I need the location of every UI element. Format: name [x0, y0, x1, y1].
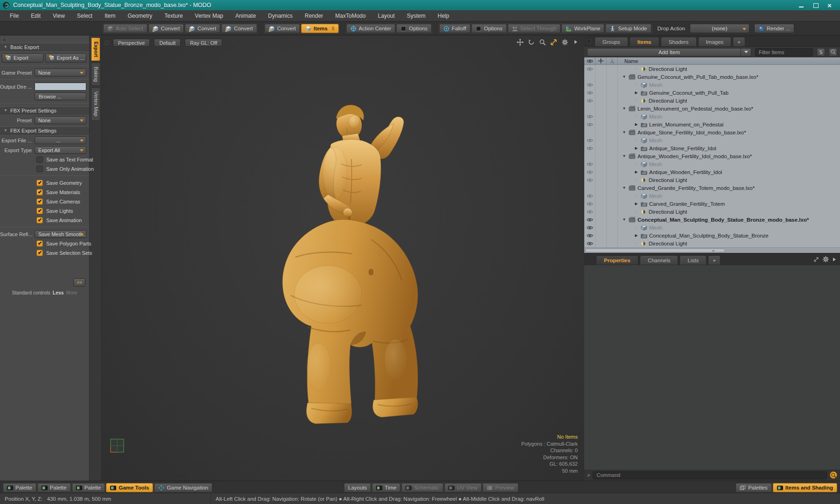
tab-shaders[interactable]: Shaders — [661, 37, 697, 46]
zoom-icon[interactable] — [539, 38, 546, 46]
collapse-icon[interactable]: ▼ — [622, 154, 627, 158]
tab-images[interactable]: Images — [698, 37, 732, 46]
viewport-menu-knob[interactable] — [105, 41, 109, 45]
item-row[interactable]: ▼Genuine_Coconut_with_Pull_Tab_modo_base… — [584, 73, 840, 81]
checked-checkbox[interactable] — [36, 250, 43, 256]
rotate-icon[interactable] — [527, 38, 535, 46]
surface-refinement-dropdown[interactable]: Save Mesh Smooth... — [35, 230, 86, 238]
output-dir-input[interactable] — [35, 83, 86, 91]
visibility-eye-icon[interactable] — [587, 98, 593, 103]
tab-lists[interactable]: Lists — [679, 255, 707, 265]
item-row[interactable]: ▼Antique_Stone_Fertility_Idol_modo_base.… — [584, 128, 840, 136]
action-center-button[interactable]: Action Center — [346, 24, 396, 33]
palette-button[interactable]: Palette — [37, 483, 71, 492]
item-row[interactable]: ▼Lenin_Monument_on_Pedestal_modo_base.lx… — [584, 105, 840, 112]
items-button[interactable]: Items5 — [301, 24, 339, 33]
command-search-icon[interactable] — [830, 471, 837, 479]
item-row[interactable]: ▶Lenin_Monument_on_Pedestal — [584, 120, 840, 128]
unchecked-checkbox[interactable] — [36, 166, 43, 172]
workplane-button[interactable]: WorkPlane — [561, 24, 604, 33]
convert-button[interactable]: Convert — [185, 24, 220, 33]
tab-properties[interactable]: Properties — [596, 255, 638, 265]
game-tools-button[interactable]: Game Tools — [106, 483, 153, 492]
visibility-eye-icon[interactable] — [587, 138, 593, 143]
visibility-eye-icon[interactable] — [587, 83, 593, 87]
maximize-button[interactable] — [813, 3, 819, 8]
expand-icon[interactable]: ▶ — [634, 146, 639, 150]
add-item-dropdown[interactable]: Add Item — [587, 48, 751, 56]
section-basic-export[interactable]: ▼Basic Export — [0, 43, 89, 51]
menu-dynamics[interactable]: Dynamics — [262, 10, 299, 21]
collapse-icon[interactable]: ▼ — [622, 186, 627, 190]
side-tab-vertex-map[interactable]: Vertex Map — [91, 87, 100, 120]
options-button[interactable]: Options — [396, 24, 432, 33]
menu-system[interactable]: System — [401, 10, 432, 21]
tab-channels[interactable]: Channels — [640, 255, 679, 265]
gear-icon[interactable] — [822, 256, 829, 263]
checked-checkbox[interactable] — [36, 189, 43, 196]
visibility-eye-icon[interactable] — [587, 225, 593, 230]
unchecked-checkbox[interactable] — [36, 156, 43, 163]
export-type-dropdown[interactable]: Export All — [35, 146, 86, 154]
browse-button[interactable]: Browse ... — [35, 92, 86, 100]
visibility-eye-icon[interactable] — [587, 91, 593, 95]
item-row[interactable]: ⌐Mesh — [584, 224, 840, 231]
scrollbar-thumb[interactable] — [585, 249, 725, 252]
raygl-button[interactable]: Ray GL: Off — [185, 39, 222, 47]
menu-edit[interactable]: Edit — [25, 10, 47, 21]
palettes-button[interactable]: Palettes — [735, 483, 772, 492]
horizontal-scrollbar[interactable] — [584, 247, 840, 253]
item-row[interactable]: ⌐Mesh — [584, 136, 840, 144]
palette-button[interactable]: Palette — [3, 483, 36, 492]
collapse-icon[interactable]: ▼ — [622, 217, 627, 222]
visibility-eye-icon[interactable] — [587, 233, 593, 238]
gear-icon[interactable] — [561, 38, 568, 46]
palette-button[interactable]: Palette — [72, 483, 105, 492]
collapse-icon[interactable]: ▼ — [622, 106, 627, 111]
command-input[interactable]: Command — [593, 471, 827, 479]
convert-button[interactable]: Convert — [221, 24, 257, 33]
search-mode-button[interactable]: S — [817, 48, 825, 56]
item-row[interactable]: ▶Genuine_Coconut_with_Pull_Tab — [584, 89, 840, 97]
convert-button[interactable]: Convert — [265, 24, 300, 33]
less-link[interactable]: Less — [53, 290, 64, 295]
more-link[interactable]: More — [66, 290, 77, 295]
panel-arrow-icon[interactable] — [833, 257, 836, 262]
setup-mode-button[interactable]: Setup Mode — [605, 24, 651, 33]
render-column-header[interactable] — [607, 57, 618, 64]
menu-help[interactable]: Help — [432, 10, 455, 21]
render--button[interactable]: Render ... — [754, 24, 795, 33]
close-button[interactable]: × — [827, 3, 833, 8]
item-row[interactable]: ▼Carved_Granite_Fertility_Totem_modo_bas… — [584, 184, 840, 192]
expand-icon[interactable]: ▶ — [634, 91, 639, 95]
preset-dropdown[interactable]: None — [35, 116, 86, 124]
panel-menu-knob[interactable] — [587, 39, 591, 43]
item-row[interactable]: ▶Conceptual_Man_Sculpting_Body_Statue_Br… — [584, 231, 840, 239]
visibility-column-header[interactable] — [584, 57, 595, 64]
visibility-eye-icon[interactable] — [587, 178, 593, 182]
visibility-eye-icon[interactable] — [587, 146, 593, 151]
game-navigation-button[interactable]: Game Navigation — [154, 483, 212, 492]
checked-checkbox[interactable] — [36, 240, 43, 247]
time-button[interactable]: Time — [372, 483, 400, 492]
section-fbx-preset[interactable]: ▼FBX Preset Settings — [0, 106, 89, 114]
menu-item[interactable]: Item — [98, 10, 121, 21]
options-button[interactable]: Options — [471, 24, 507, 33]
menu-layout[interactable]: Layout — [372, 10, 401, 21]
menu-texture[interactable]: Texture — [158, 10, 189, 21]
items-and-shading-button[interactable]: Items and Shading — [773, 483, 837, 492]
convert-button[interactable]: Convert — [148, 24, 184, 33]
menu-view[interactable]: View — [47, 10, 71, 21]
visibility-eye-icon[interactable] — [587, 122, 593, 127]
more-controls-button[interactable]: >> — [73, 278, 85, 287]
checked-checkbox[interactable] — [36, 208, 43, 214]
tab-add[interactable]: + — [733, 37, 745, 46]
item-row[interactable]: ⌐Mesh — [584, 112, 840, 120]
tab-add[interactable]: + — [708, 255, 721, 265]
item-row[interactable]: ⌐Directional Light — [584, 239, 840, 247]
pin-column-header[interactable] — [595, 57, 607, 64]
expand-panel-icon[interactable] — [813, 257, 819, 262]
export-as-button[interactable]: Export As ... — [45, 53, 87, 63]
visibility-eye-icon[interactable] — [587, 194, 593, 198]
item-row[interactable]: ⌐Mesh — [584, 192, 840, 200]
